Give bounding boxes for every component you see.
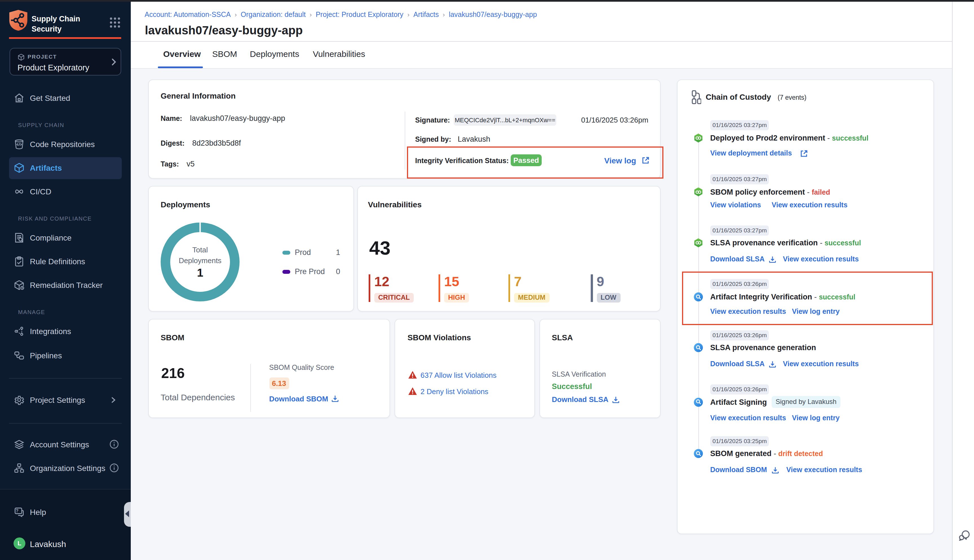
svg-text:?: ? xyxy=(16,508,18,513)
